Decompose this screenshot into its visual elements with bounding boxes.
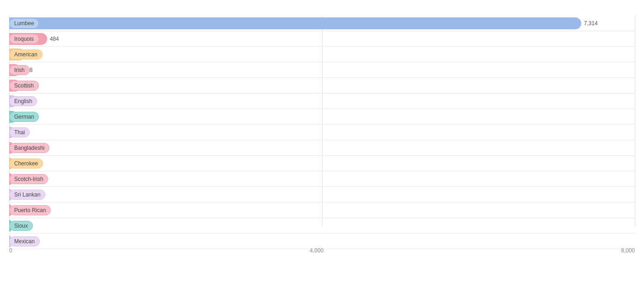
bar-wrapper: Scotch-Irish40 bbox=[9, 173, 635, 186]
bar-row: Lumbee7,314 bbox=[9, 16, 635, 31]
label-pill: Bangladeshi bbox=[9, 143, 49, 153]
label-pill: Sioux bbox=[9, 221, 33, 231]
bar: Sri Lankan bbox=[9, 189, 12, 201]
bar-wrapper: English109 bbox=[9, 95, 635, 108]
x-axis-labels: 04,0008,000 bbox=[9, 246, 635, 254]
bar: German bbox=[9, 111, 17, 123]
label-pill: Sri Lankan bbox=[9, 190, 45, 200]
bar: Thai bbox=[9, 126, 14, 138]
bar: Scottish bbox=[9, 80, 21, 92]
bar: Iroquois bbox=[9, 33, 47, 45]
bar: Cherokee bbox=[9, 158, 13, 169]
bar-wrapper: Sioux27 bbox=[9, 219, 635, 232]
label-pill: Irish bbox=[9, 65, 30, 75]
bar-wrapper: Puerto Rican27 bbox=[9, 204, 635, 217]
bar-row: Bangladeshi64 bbox=[9, 140, 635, 156]
chart-area: Lumbee7,314Iroquois484American206Irish14… bbox=[9, 16, 635, 254]
bar-wrapper: Bangladeshi64 bbox=[9, 142, 635, 154]
gridline bbox=[635, 16, 635, 226]
label-pill: Lumbee bbox=[9, 18, 39, 28]
bar-wrapper: Thai67 bbox=[9, 126, 635, 139]
bar-value: 7,314 bbox=[584, 20, 598, 27]
bar-wrapper: Lumbee7,314 bbox=[9, 17, 635, 30]
bar: Bangladeshi bbox=[9, 142, 14, 154]
bar-row: German104 bbox=[9, 109, 635, 125]
bar: English bbox=[9, 95, 18, 107]
label-pill: Cherokee bbox=[9, 158, 43, 169]
bar-wrapper: German104 bbox=[9, 110, 635, 123]
bar: Lumbee bbox=[9, 17, 581, 29]
x-axis-label: 8,000 bbox=[621, 247, 635, 254]
bar: Puerto Rican bbox=[9, 204, 11, 216]
bar-row: American206 bbox=[9, 47, 635, 62]
bar-row: Scottish147 bbox=[9, 78, 635, 93]
label-pill: American bbox=[9, 49, 43, 60]
bar-value: 484 bbox=[50, 36, 59, 42]
bar-row: Irish148 bbox=[9, 62, 635, 78]
label-pill: Mexican bbox=[9, 236, 40, 246]
bar-wrapper: Iroquois484 bbox=[9, 33, 635, 45]
bar-wrapper: Sri Lankan38 bbox=[9, 188, 635, 201]
label-pill: Scotch-Irish bbox=[9, 174, 48, 184]
label-pill: Scottish bbox=[9, 81, 39, 91]
bar: American bbox=[9, 49, 25, 60]
bar-row: English109 bbox=[9, 93, 635, 109]
bar-wrapper: American206 bbox=[9, 48, 635, 61]
bar-row: Puerto Rican27 bbox=[9, 202, 635, 218]
bar-wrapper: Cherokee48 bbox=[9, 157, 635, 170]
bar-row: Sri Lankan38 bbox=[9, 187, 635, 202]
bar-row: Scotch-Irish40 bbox=[9, 171, 635, 187]
bar-wrapper: Scottish147 bbox=[9, 79, 635, 92]
x-axis-label: 0 bbox=[9, 247, 12, 254]
label-pill: Thai bbox=[9, 127, 30, 137]
label-pill: Puerto Rican bbox=[9, 205, 51, 215]
bar-row: Thai67 bbox=[9, 125, 635, 140]
bar: Sioux bbox=[9, 220, 11, 232]
label-pill: Iroquois bbox=[9, 34, 39, 44]
bar-row: Sioux27 bbox=[9, 218, 635, 234]
bar-wrapper: Irish148 bbox=[9, 64, 635, 76]
bar-row: Iroquois484 bbox=[9, 31, 635, 47]
bars-section: Lumbee7,314Iroquois484American206Irish14… bbox=[9, 16, 635, 240]
bar: Scotch-Irish bbox=[9, 173, 12, 185]
bar: Irish bbox=[9, 64, 21, 76]
x-axis-label: 4,000 bbox=[310, 247, 323, 254]
label-pill: German bbox=[9, 112, 39, 122]
x-axis: 04,0008,000 bbox=[9, 240, 635, 254]
label-pill: English bbox=[9, 96, 37, 106]
bar-row: Cherokee48 bbox=[9, 156, 635, 171]
chart-container: Lumbee7,314Iroquois484American206Irish14… bbox=[0, 0, 644, 295]
